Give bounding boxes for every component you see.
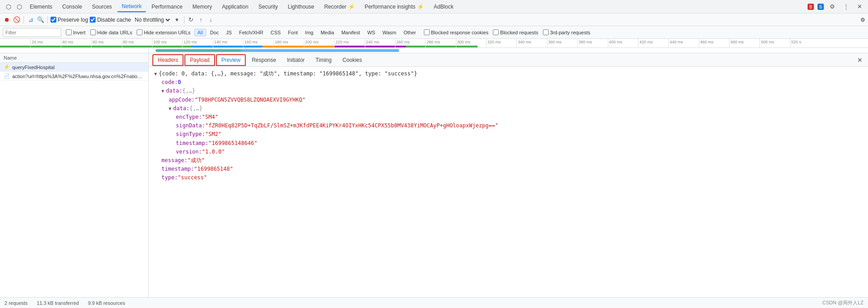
upload-icon[interactable]: ↑	[197, 16, 205, 24]
filter-type-font[interactable]: Font	[285, 29, 301, 36]
tab-initiator[interactable]: Initiator	[282, 55, 309, 65]
devtools-icon-2[interactable]: ⬡	[14, 2, 24, 12]
json-version-line: version: "1.0.0"	[176, 148, 863, 156]
tick-380ms: 380 ms	[577, 39, 592, 47]
status-bar: 2 requests 11.3 kB transferred 9.9 kB re…	[0, 297, 868, 300]
tick-160ms: 160 ms	[243, 39, 258, 47]
throttle-dropdown-icon[interactable]: ▾	[173, 16, 181, 24]
tab-response[interactable]: Response	[247, 55, 281, 65]
filter-input[interactable]	[3, 28, 61, 37]
filter-type-wasm[interactable]: Wasm	[379, 29, 400, 36]
filter-type-js[interactable]: JS	[223, 29, 235, 36]
request-item-1[interactable]: 📄 action?url=https%3A%2F%2Ffuwu.nhsa.gov…	[0, 72, 148, 81]
tab-adblock[interactable]: AdBlock	[429, 2, 458, 12]
timestamp-inner-value: "1699865148646"	[208, 139, 257, 148]
tick-440ms: 440 ms	[668, 39, 683, 47]
enctype-key: encType:	[176, 113, 202, 121]
root-arrow[interactable]: ▼	[154, 70, 157, 78]
type-key: type:	[161, 173, 178, 182]
filter-type-all[interactable]: All	[194, 29, 206, 36]
toolbar-divider-2	[47, 16, 48, 23]
hide-extension-urls-checkbox[interactable]: Hide extension URLs	[137, 29, 190, 35]
close-detail-button[interactable]: ✕	[855, 56, 864, 65]
resource-size: 9.9 kB resources	[88, 300, 125, 301]
hide-data-urls-checkbox[interactable]: Hide data URLs	[90, 29, 133, 35]
nav-icons: 8 6 ⚙ ⋮ ✕	[808, 2, 864, 12]
code-key: code:	[161, 78, 178, 87]
third-party-checkbox[interactable]: 3rd-party requests	[543, 29, 590, 35]
more-icon[interactable]: ⋮	[841, 2, 851, 12]
close-icon[interactable]: ✕	[854, 2, 864, 12]
preserve-log-checkbox[interactable]: Preserve log	[51, 17, 88, 23]
record-button[interactable]: ⏺	[3, 16, 11, 24]
tab-console[interactable]: Console	[58, 2, 87, 12]
tab-payload[interactable]: Payload	[184, 54, 215, 66]
clear-button[interactable]: 🚫	[13, 16, 21, 24]
settings-icon[interactable]: ⚙	[827, 2, 837, 12]
filter-icon[interactable]: ⊿	[27, 16, 35, 24]
tab-security[interactable]: Security	[254, 2, 282, 12]
tab-preview[interactable]: Preview	[216, 54, 246, 66]
settings-right-icon[interactable]: ⚙	[860, 17, 865, 23]
filter-type-css[interactable]: CSS	[267, 29, 284, 36]
tab-timing[interactable]: Timing	[311, 55, 337, 65]
offline-icon[interactable]: ↻	[187, 16, 195, 24]
json-type-line: type: "success"	[161, 173, 863, 182]
tab-sources[interactable]: Sources	[87, 2, 116, 12]
watermark: CSDN @局外人LZ	[822, 299, 863, 300]
json-enctype-line: encType: "SM4"	[176, 113, 863, 121]
request-item-0[interactable]: ⚡ queryFixedHospital	[0, 63, 148, 72]
filter-type-doc[interactable]: Doc	[207, 29, 222, 36]
tab-perf-insights[interactable]: Performance insights ⚡	[360, 2, 428, 12]
data-arrow[interactable]: ▼	[161, 88, 164, 95]
timestamp-inner-key: timestamp:	[176, 139, 208, 148]
disable-cache-checkbox[interactable]: Disable cache	[90, 17, 131, 23]
blocked-requests-checkbox[interactable]: Blocked requests	[493, 29, 538, 35]
inner-data-summary: {,…}	[189, 104, 202, 113]
throttle-select[interactable]: No throttling	[133, 16, 171, 23]
tab-application[interactable]: Application	[217, 2, 253, 12]
blocked-cookies-checkbox[interactable]: Blocked response cookies	[424, 29, 489, 35]
filter-type-media[interactable]: Media	[317, 29, 337, 36]
tick-460ms: 460 ms	[699, 39, 714, 47]
request-icon-0: ⚡	[4, 64, 10, 70]
waterfall-right	[149, 48, 868, 53]
tick-20ms: 20 ms	[30, 39, 43, 47]
tick-300ms: 300 ms	[456, 39, 471, 47]
waterfall-area	[0, 48, 868, 53]
tick-220ms: 220 ms	[334, 39, 349, 47]
tick-140ms: 140 ms	[213, 39, 228, 47]
tab-cookies[interactable]: Cookies	[337, 55, 367, 65]
devtools-icon-1[interactable]: ⬡	[4, 2, 14, 12]
tab-elements[interactable]: Elements	[25, 2, 57, 12]
tab-recorder[interactable]: Recorder ⚡	[320, 2, 359, 12]
filter-type-other[interactable]: Other	[400, 29, 419, 36]
data-key: data:	[166, 87, 182, 95]
timestamp-value: "1699865148"	[194, 165, 233, 173]
tick-500ms: 500 ms	[759, 39, 774, 47]
tab-lighthouse[interactable]: Lighthouse	[283, 2, 319, 12]
tick-100ms: 100 ms	[152, 39, 167, 47]
json-signdata-line: signData: "fZR0HEq82P5D+TqZbLF/SlmSZ+m3K…	[176, 121, 863, 130]
tab-headers[interactable]: Headers	[152, 54, 184, 66]
filter-type-manifest[interactable]: Manifest	[338, 29, 363, 36]
right-panel: Headers Payload Preview Response Initiat…	[149, 53, 868, 300]
download-icon[interactable]: ↓	[207, 16, 215, 24]
enctype-value: "SM4"	[202, 113, 218, 121]
tick-200ms: 200 ms	[304, 39, 319, 47]
filter-type-ws[interactable]: WS	[364, 29, 378, 36]
filter-type-fetch-xhr[interactable]: Fetch/XHR	[236, 29, 266, 36]
request-name-1: action?url=https%3A%2F%2Ffuwu.nhsa.gov.c…	[12, 74, 145, 79]
inner-data-arrow[interactable]: ▼	[169, 105, 171, 112]
tab-performance[interactable]: Performance	[147, 2, 187, 12]
network-toolbar: ⏺ 🚫 ⊿ 🔍 Preserve log Disable cache No th…	[0, 14, 868, 26]
timeline-bar: 20 ms 40 ms 60 ms 80 ms 100 ms 120 ms 14…	[0, 39, 868, 48]
signdata-key: signData:	[176, 121, 205, 130]
tab-network[interactable]: Network	[117, 1, 146, 12]
invert-checkbox[interactable]: Invert	[66, 29, 86, 35]
tab-memory[interactable]: Memory	[188, 2, 216, 12]
search-icon[interactable]: 🔍	[37, 16, 45, 24]
json-timestamp-line: timestamp: "1699865148"	[161, 165, 863, 173]
filter-type-img[interactable]: Img	[302, 29, 317, 36]
tick-120ms: 120 ms	[182, 39, 197, 47]
